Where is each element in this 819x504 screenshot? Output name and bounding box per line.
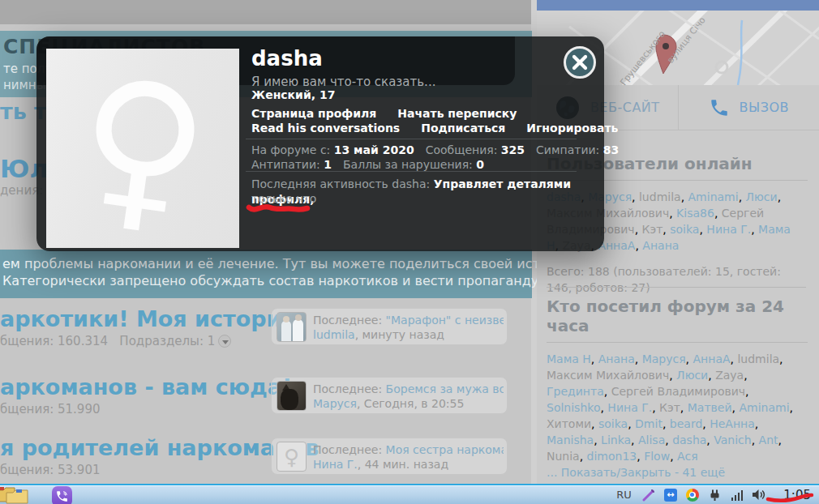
user-link[interactable]: Матвей	[688, 401, 732, 414]
pen-icon[interactable]	[642, 489, 655, 502]
user-link[interactable]: Dmit	[635, 417, 662, 430]
user-link[interactable]: beard	[670, 417, 702, 430]
member-tooltip-popup: ♀ dasha Я имею вам что-то сказать... Жен…	[36, 36, 604, 251]
user-link[interactable]: Aminami	[688, 190, 739, 203]
last-label: Последнее:	[313, 382, 382, 395]
profile-action-link[interactable]: Игнорировать	[526, 122, 618, 135]
user-link[interactable]: dimon13	[587, 450, 637, 463]
stat-value: 83	[603, 143, 619, 156]
user-link[interactable]: Анана	[642, 239, 679, 252]
phone-icon	[709, 97, 730, 118]
dropdown-icon[interactable]	[218, 335, 231, 348]
profile-stats-row1: На форуме с: 13 май 2020Сообщения: 325Си…	[251, 143, 630, 156]
show-hide-link[interactable]: ... Показать/Закрыть - 41 ещё	[547, 466, 808, 479]
stat-label: Баллы за нарушения:	[343, 158, 476, 171]
user-link: Максим Михайлович	[547, 369, 669, 382]
user-link: Nunia	[547, 450, 580, 463]
last-post-box: Последнее: Боремся за мужа все... Маруся…	[271, 377, 508, 414]
user-link[interactable]: Ася	[677, 450, 698, 463]
close-icon	[572, 54, 588, 70]
online-users-total: Всего: 188 (пользователей: 15, гостей: 1…	[547, 263, 790, 296]
forum-meta: бщения: 53.901	[0, 463, 101, 477]
forum-messages-count: бщения: 51.990	[0, 402, 101, 416]
close-button[interactable]	[564, 46, 596, 79]
signal-bars-icon[interactable]	[731, 489, 744, 501]
user-link[interactable]: soika	[598, 417, 628, 430]
last-post-avatar[interactable]	[277, 381, 307, 411]
stat-label: Симпатии:	[536, 143, 603, 156]
last-post-time: , Сегодня, в 20:55	[357, 397, 464, 410]
forum-meta: бщения: 160.314 Подразделы: 1	[0, 334, 231, 348]
profile-action-link[interactable]: Подписаться	[421, 122, 505, 135]
profile-action-link[interactable]: Страница профиля	[251, 107, 376, 120]
user-link[interactable]: Ant	[759, 434, 778, 446]
forum-messages-count: бщения: 160.314	[0, 334, 108, 348]
user-link[interactable]: Нина Г.	[706, 223, 751, 236]
popup-divider	[246, 139, 577, 139]
taskbar: RU ↔ 1:05	[0, 484, 819, 504]
female-symbol-icon: ♀	[284, 445, 299, 469]
forum-meta: бщения: 51.990	[0, 402, 101, 416]
user-link[interactable]: Маруся	[642, 352, 686, 365]
last-post-box: Последнее: "Марафон" с неизвест... ludmi…	[271, 308, 508, 345]
visitors-list: Мама Н, Анана, Маруся, АннаА, ludmila, М…	[547, 351, 798, 464]
profile-action-link[interactable]: Read his conversations	[251, 122, 400, 135]
last-post-time: , 44 мин. назад	[358, 458, 448, 471]
user-link[interactable]: Анана	[598, 352, 635, 365]
user-link: Кэт	[659, 401, 680, 414]
last-post-link[interactable]: Моя сестра наркоман....	[386, 443, 504, 456]
user-link[interactable]: dasha	[672, 434, 706, 446]
volume-icon[interactable]	[752, 489, 766, 501]
popup-divider	[246, 171, 577, 172]
last-post-avatar[interactable]	[277, 312, 307, 342]
language-indicator[interactable]: RU	[616, 489, 632, 501]
last-post-link[interactable]: Боремся за мужа все...	[386, 382, 504, 395]
profile-stats-row2: Антипатии: 1Баллы за нарушения: 0	[251, 158, 495, 171]
forum-title-link[interactable]: аркоманов - вам сюда!	[0, 374, 292, 399]
user-link[interactable]: Solnishko	[547, 401, 600, 414]
user-link[interactable]: НеАнна	[710, 417, 755, 430]
user-link[interactable]: Мама Н	[547, 352, 591, 365]
call-button[interactable]: ВЫЗОВ	[679, 85, 819, 130]
activity-label: Последняя активность dasha:	[251, 177, 430, 190]
last-post-author[interactable]: Маруся	[313, 397, 357, 410]
teamviewer-icon[interactable]: ↔	[664, 489, 677, 502]
user-link[interactable]: АннаА	[693, 352, 731, 365]
call-button-label: ВЫЗОВ	[740, 100, 789, 115]
user-link[interactable]: Люси	[746, 190, 778, 203]
profile-actions-row1: Страница профиляНачать переписку	[251, 107, 538, 120]
last-post-author[interactable]: Нина Г.	[313, 458, 358, 471]
user-link[interactable]: Manisha	[547, 434, 594, 446]
user-link[interactable]: Нина Г.	[607, 401, 652, 414]
stat-label: Антипатии:	[251, 158, 324, 171]
user-link[interactable]: Грединта	[547, 385, 604, 398]
power-plug-icon[interactable]	[708, 489, 723, 502]
last-post-avatar[interactable]: ♀	[277, 442, 307, 472]
user-link[interactable]: soika	[670, 223, 699, 236]
user-link[interactable]: Linka	[601, 434, 631, 446]
forum-messages-count: бщения: 53.901	[0, 463, 101, 477]
last-post-link[interactable]: "Марафон" с неизвест...	[386, 314, 504, 327]
last-post-author[interactable]: ludmila	[313, 328, 355, 341]
user-link[interactable]: Vanich	[714, 434, 751, 446]
user-link[interactable]: Люси	[676, 369, 708, 382]
profile-avatar[interactable]: ♀	[46, 49, 239, 248]
chrome-icon[interactable]	[686, 489, 699, 502]
last-post-time: , минуту назад	[355, 328, 444, 341]
user-link: Кэт	[642, 223, 663, 236]
user-link: Хитоми	[547, 417, 591, 430]
folder-icon[interactable]	[0, 485, 34, 504]
user-link: ludmila	[737, 352, 779, 365]
user-link[interactable]: Flow	[644, 450, 670, 463]
user-link: Сергей Владимирович	[611, 385, 745, 398]
sidebar-divider	[547, 287, 806, 288]
user-link[interactable]: Alisa	[638, 434, 665, 446]
viber-icon[interactable]	[52, 486, 72, 504]
user-link[interactable]: Kisa86	[676, 207, 714, 220]
profile-action-link[interactable]: Начать переписку	[397, 107, 517, 120]
profile-status: Я имею вам что-то сказать...	[251, 75, 435, 89]
clock[interactable]: 1:05	[783, 488, 811, 502]
user-link[interactable]: Aminami	[739, 401, 789, 414]
forum-title-link[interactable]: аркотики! Моя история	[0, 306, 296, 331]
system-tray: RU ↔ 1:05	[616, 485, 814, 504]
